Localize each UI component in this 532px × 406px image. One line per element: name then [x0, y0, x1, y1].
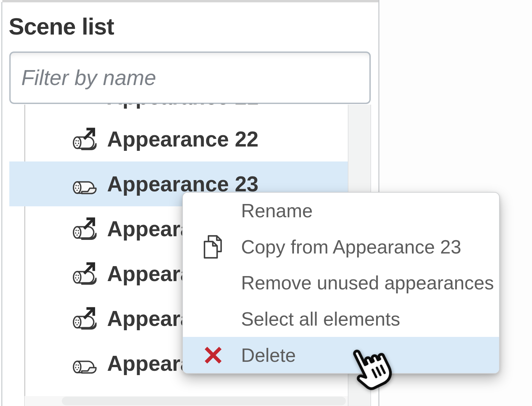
menu-item-delete[interactable]: Delete — [183, 337, 499, 373]
list-item-appearance-22[interactable]: Appearance 22 — [0, 117, 348, 161]
menu-item-copy-from-appearance-23[interactable]: Copy from Appearance 23 — [183, 229, 499, 265]
menu-item-label: Rename — [241, 200, 313, 222]
context-menu: Rename Copy from Appearance 23 Remove un… — [182, 192, 500, 374]
panel-top-divider — [2, 0, 379, 2]
menu-item-label: Remove unused appearances — [241, 272, 494, 294]
app-screenshot: Scene list Appearance 21 — [0, 0, 532, 406]
appearance-roll-linked-icon — [72, 127, 99, 151]
appearance-roll-linked-icon — [72, 261, 99, 285]
filter-input[interactable] — [9, 51, 371, 104]
menu-icon-slot-empty — [201, 306, 225, 332]
menu-item-label: Select all elements — [241, 308, 400, 330]
menu-icon-slot-empty — [201, 197, 225, 224]
delete-x-icon — [201, 342, 225, 368]
appearance-roll-linked-icon — [72, 306, 99, 330]
horizontal-scrollbar-thumb[interactable] — [62, 397, 346, 405]
menu-item-select-all-elements[interactable]: Select all elements — [183, 301, 499, 337]
menu-icon-slot-empty — [201, 269, 225, 296]
appearance-roll-icon — [72, 171, 99, 195]
menu-item-remove-unused-appearances[interactable]: Remove unused appearances — [183, 265, 499, 301]
appearance-roll-linked-icon — [72, 216, 99, 240]
menu-item-label: Copy from Appearance 23 — [241, 236, 461, 258]
list-item-label: Appearance 22 — [107, 127, 258, 152]
appearance-roll-icon — [72, 351, 99, 375]
menu-item-rename[interactable]: Rename — [183, 193, 499, 229]
menu-item-label: Delete — [241, 344, 296, 366]
page-title: Scene list — [9, 13, 114, 40]
copy-icon — [201, 234, 225, 260]
